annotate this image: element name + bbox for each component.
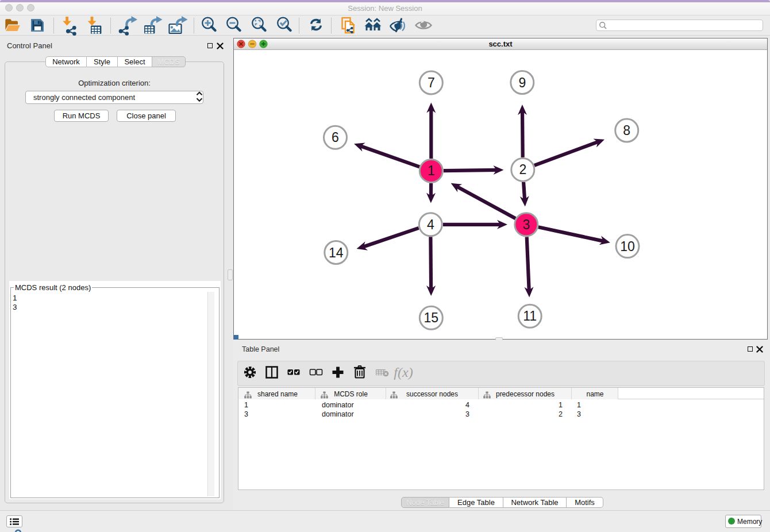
- svg-text:14: 14: [329, 245, 344, 260]
- svg-text:f(x): f(x): [394, 365, 413, 380]
- svg-text:4: 4: [427, 217, 434, 232]
- svg-text:3: 3: [522, 217, 530, 232]
- svg-text:8: 8: [623, 123, 630, 138]
- svg-text:11: 11: [523, 309, 537, 323]
- svg-text:15: 15: [424, 310, 439, 325]
- svg-text:2: 2: [519, 162, 526, 177]
- svg-text:1: 1: [428, 163, 435, 178]
- svg-text:7: 7: [428, 75, 435, 90]
- svg-text:10: 10: [620, 239, 635, 254]
- svg-text:9: 9: [518, 75, 526, 90]
- svg-text:6: 6: [332, 130, 339, 145]
